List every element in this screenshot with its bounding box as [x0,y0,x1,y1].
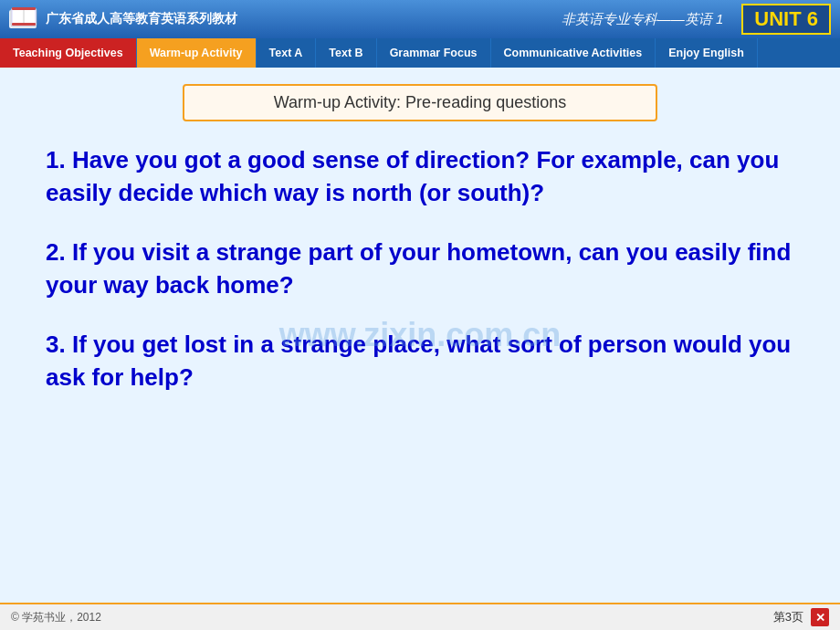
institution-name: 广东省成人高等教育英语系列教材 [46,11,237,27]
header-right: 非英语专业专科——英语 1 UNIT 6 [562,4,831,35]
question-1: 1. Have you got a good sense of directio… [46,143,794,210]
nav-tabs: Teaching Objectives Warm-up Activity Tex… [0,38,840,68]
svg-rect-4 [12,7,36,10]
question-3: 3. If you get lost in a strange place, w… [46,328,794,394]
question-3-number: 3. [46,331,66,358]
footer-right: 第3页 ✕ [773,608,829,626]
book-icon [9,6,38,32]
header: 广东省成人高等教育英语系列教材 非英语专业专科——英语 1 UNIT 6 [0,0,840,38]
copyright-text: © 学苑书业，2012 [11,610,101,625]
close-button[interactable]: ✕ [811,608,829,626]
svg-rect-5 [12,23,36,26]
course-subtitle: 非英语专业专科——英语 1 [562,11,724,28]
question-2-number: 2. [46,238,66,266]
question-1-number: 1. [46,146,66,173]
question-3-text: If you get lost in a strange place, what… [46,331,791,391]
section-title: Warm-up Activity: Pre-reading questions [183,84,657,121]
question-2-text: If you visit a strange part of your home… [46,238,791,299]
tab-text-a[interactable]: Text A [257,38,317,68]
header-logo: 广东省成人高等教育英语系列教材 [9,6,237,32]
tab-enjoy-english[interactable]: Enjoy English [656,38,758,68]
main-content: www.zixin.com.cn Warm-up Activity: Pre-r… [0,68,840,603]
tab-grammar-focus[interactable]: Grammar Focus [377,38,491,68]
tab-warmup-activity[interactable]: Warm-up Activity [137,38,257,68]
question-1-text: Have you got a good sense of direction? … [46,146,779,206]
tab-text-b[interactable]: Text B [316,38,376,68]
questions-list: 1. Have you got a good sense of directio… [27,143,813,394]
tab-communicative-activities[interactable]: Communicative Activities [491,38,656,68]
unit-label: UNIT 6 [741,4,831,35]
question-2: 2. If you visit a strange part of your h… [46,236,794,302]
tab-teaching-objectives[interactable]: Teaching Objectives [0,38,137,68]
footer: © 学苑书业，2012 第3页 ✕ [0,603,840,630]
page-number: 第3页 [773,609,803,625]
